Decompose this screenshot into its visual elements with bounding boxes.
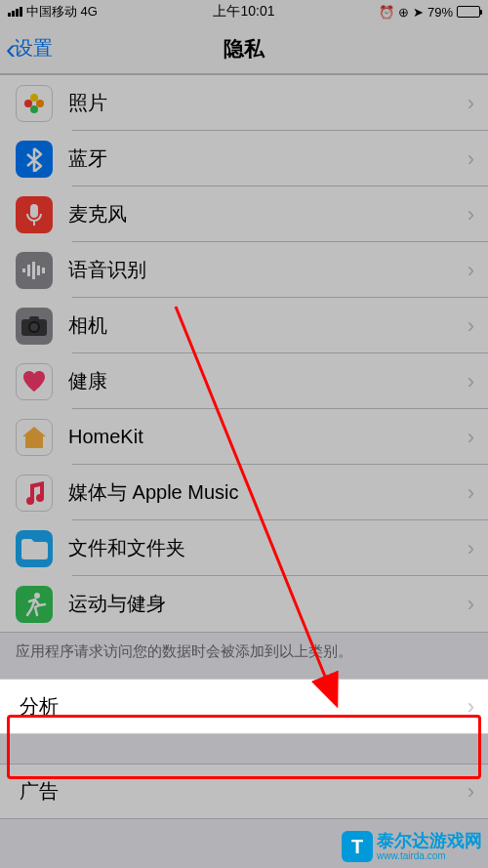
watermark-main: 泰尔达游戏网	[377, 832, 482, 851]
fitness-icon	[16, 586, 53, 623]
media-icon	[16, 475, 53, 512]
chevron-right-icon: ›	[468, 694, 488, 720]
row-label: 相机	[68, 312, 468, 339]
chevron-right-icon: ›	[468, 202, 488, 227]
row-label: 运动与健身	[68, 591, 468, 617]
row-label: 媒体与 Apple Music	[68, 479, 468, 506]
svg-point-3	[30, 105, 38, 113]
microphone-icon	[16, 196, 53, 233]
battery-icon	[457, 6, 480, 18]
carrier-label: 中国移动 4G	[26, 3, 98, 21]
nav-bar: ‹ 设置 隐私	[0, 23, 488, 74]
svg-rect-6	[22, 269, 25, 272]
bluetooth-icon	[16, 141, 53, 178]
back-label: 设置	[14, 35, 53, 62]
camera-icon	[16, 308, 53, 345]
row-label: 语音识别	[68, 257, 468, 283]
status-time: 上午10:01	[213, 3, 274, 21]
row-label: 分析	[20, 693, 468, 720]
row-microphone[interactable]: 麦克风›	[0, 186, 488, 242]
row-label: 广告	[20, 778, 468, 805]
row-label: 照片	[68, 90, 468, 116]
files-icon	[16, 530, 53, 567]
svg-rect-5	[30, 204, 38, 218]
row-label: 健康	[68, 368, 468, 394]
row-speech[interactable]: 语音识别›	[0, 242, 488, 298]
svg-rect-9	[37, 266, 40, 275]
chevron-right-icon: ›	[468, 592, 488, 617]
rotation-lock-icon: ⊕	[398, 5, 409, 20]
watermark-sub: www.tairda.com	[377, 850, 482, 861]
svg-point-15	[34, 593, 40, 599]
list-footer: 应用程序请求访问您的数据时会被添加到以上类别。	[0, 633, 488, 679]
page-title: 隐私	[224, 35, 264, 62]
svg-point-2	[36, 100, 44, 107]
row-health[interactable]: 健康›	[0, 353, 488, 409]
row-photos[interactable]: 照片›	[0, 75, 488, 131]
row-camera[interactable]: 相机›	[0, 298, 488, 353]
row-label: 文件和文件夹	[68, 535, 468, 561]
chevron-right-icon: ›	[468, 313, 488, 339]
status-right: ⏰ ⊕ ➤ 79%	[379, 5, 480, 20]
chevron-right-icon: ›	[468, 779, 488, 805]
svg-rect-7	[27, 265, 30, 276]
chevron-right-icon: ›	[468, 480, 488, 506]
chevron-right-icon: ›	[468, 369, 488, 394]
row-fitness[interactable]: 运动与健身›	[0, 576, 488, 632]
privacy-list: 照片›蓝牙›麦克风›语音识别›相机›健康›HomeKit›媒体与 Apple M…	[0, 74, 488, 633]
row-ads[interactable]: 广告›	[0, 764, 488, 819]
homekit-icon	[16, 419, 53, 456]
row-homekit[interactable]: HomeKit›	[0, 409, 488, 465]
svg-point-1	[30, 94, 38, 102]
location-icon: ➤	[413, 5, 424, 20]
photos-icon	[16, 85, 53, 122]
chevron-right-icon: ›	[468, 425, 488, 450]
row-bluetooth[interactable]: 蓝牙›	[0, 131, 488, 186]
row-label: 蓝牙	[68, 145, 468, 172]
row-label: HomeKit	[68, 426, 468, 448]
chevron-right-icon: ›	[468, 146, 488, 172]
svg-point-4	[24, 100, 32, 107]
chevron-right-icon: ›	[468, 536, 488, 561]
svg-rect-10	[42, 268, 45, 273]
signal-icon	[8, 7, 22, 17]
row-files[interactable]: 文件和文件夹›	[0, 520, 488, 576]
battery-pct: 79%	[427, 5, 453, 20]
svg-rect-8	[32, 262, 35, 279]
row-media[interactable]: 媒体与 Apple Music›	[0, 465, 488, 520]
watermark: T 泰尔达游戏网 www.tairda.com	[342, 831, 482, 862]
row-label: 麦克风	[68, 201, 468, 227]
speech-icon	[16, 252, 53, 289]
watermark-logo: T	[342, 831, 373, 862]
health-icon	[16, 363, 53, 400]
row-analytics[interactable]: 分析›	[0, 679, 488, 734]
svg-rect-12	[29, 316, 39, 321]
svg-point-14	[30, 323, 38, 331]
status-bar: 中国移动 4G 上午10:01 ⏰ ⊕ ➤ 79%	[0, 0, 488, 23]
alarm-icon: ⏰	[379, 5, 394, 20]
chevron-right-icon: ›	[468, 91, 488, 116]
chevron-right-icon: ›	[468, 258, 488, 283]
status-left: 中国移动 4G	[8, 3, 98, 21]
back-button[interactable]: ‹ 设置	[6, 34, 53, 63]
